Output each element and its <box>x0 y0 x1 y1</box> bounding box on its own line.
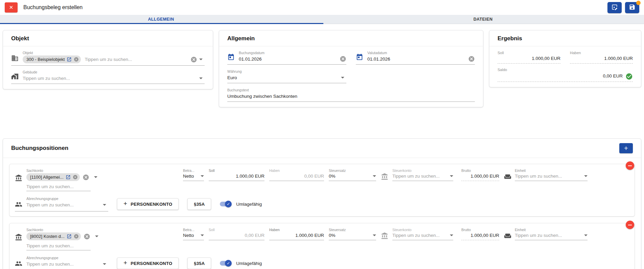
toggle-thumb-check-icon: ✓ <box>225 260 232 267</box>
sachkonto-field[interactable]: Sachkonto [1100] Allgemei... Tip <box>15 169 102 191</box>
sachkonto-chip[interactable]: [8002] Kosten d... <box>26 232 81 240</box>
remove-position-button[interactable] <box>626 161 634 170</box>
soll-field[interactable]: Soll 0,00 EUR <box>209 228 264 240</box>
soll-field[interactable]: Soll 1.000,00 EUR <box>209 169 264 181</box>
sachkonto-field[interactable]: Sachkonto [8002] Kosten d... Tip <box>15 228 102 250</box>
chevron-down-icon[interactable] <box>450 234 453 236</box>
sachkonto-chip[interactable]: [1100] Allgemei... <box>26 173 80 181</box>
sachkonto-search-placeholder[interactable]: Tippen um zu suchen... <box>26 243 91 250</box>
objekt-field[interactable]: Objekt 300 - Beispielobjekt Tippen um zu… <box>11 51 205 66</box>
steuerkonto-field[interactable]: Steuerkonto Tippen um zu suchen... <box>381 228 453 241</box>
haben-field[interactable]: Haben 1.000,00 EUR <box>269 228 324 240</box>
abrechnungsgruppe-field[interactable]: Abrechnungsgruppe Tippen um zu suchen... <box>15 197 108 211</box>
clear-field-icon[interactable] <box>190 56 197 63</box>
chevron-down-icon[interactable] <box>373 175 376 177</box>
paragraph-35a-button[interactable]: §35A <box>187 198 211 210</box>
open-in-new-icon[interactable] <box>67 234 72 239</box>
buchungstext-value[interactable]: Umbuchung zwischen Sachkonten <box>227 94 297 99</box>
remove-position-button[interactable] <box>626 221 634 229</box>
valutadatum-field[interactable]: Valutadatum 01.01.2026 <box>356 51 475 65</box>
steuerkonto-field[interactable]: Steuerkonto Tippen um zu suchen... <box>381 169 453 182</box>
chevron-down-icon[interactable] <box>95 236 98 237</box>
gebaeude-search-placeholder[interactable]: Tippen um zu suchen... <box>23 76 70 81</box>
sachkonto-label: Sachkonto <box>26 228 102 232</box>
chevron-down-icon[interactable] <box>199 77 203 79</box>
paragraph-35a-button[interactable]: §35A <box>187 257 211 269</box>
soll-value[interactable]: 0,00 EUR <box>245 233 264 238</box>
clear-field-icon[interactable] <box>84 233 90 240</box>
einheit-field[interactable]: Einheit Tippen um zu suchen... <box>504 169 588 182</box>
umlagefaehig-toggle[interactable]: ✓ <box>219 260 232 267</box>
buchungsdatum-value[interactable]: 01.01.2026 <box>239 57 262 62</box>
add-personenkonto-button[interactable]: + PERSONENKONTO <box>117 198 179 210</box>
brutto-label: Brutto <box>461 169 499 173</box>
waehrung-value[interactable]: Euro <box>227 75 237 80</box>
abrechnungsgruppe-search-placeholder[interactable]: Tippen um zu suchen... <box>26 262 74 267</box>
haben-label: Haben <box>269 169 324 173</box>
steuersatz-field[interactable]: Steuersatz 0% <box>329 169 376 181</box>
open-in-new-icon[interactable] <box>66 175 71 180</box>
top-bar: ✕ Buchungsbeleg erstellen <box>0 0 644 15</box>
close-button[interactable]: ✕ <box>5 2 18 13</box>
objekt-chip-label: 300 - Beispielobjekt <box>26 57 65 62</box>
check-circle-icon <box>625 73 633 79</box>
add-personenkonto-button[interactable]: + PERSONENKONTO <box>117 257 179 269</box>
open-in-new-icon[interactable] <box>67 57 72 62</box>
sachkonto-search-placeholder[interactable]: Tippen um zu suchen... <box>26 184 91 191</box>
save-and-edit-button[interactable] <box>607 2 622 13</box>
haben-value[interactable]: 0,00 EUR <box>304 174 324 179</box>
buchungsdatum-label: Buchungsdatum <box>239 51 346 55</box>
betragsart-field[interactable]: Betra... Netto <box>183 228 204 240</box>
chevron-down-icon[interactable] <box>201 234 204 236</box>
einheit-search-placeholder[interactable]: Tippen um zu suchen... <box>515 174 562 179</box>
steuerkonto-search-placeholder[interactable]: Tippen um zu suchen... <box>392 174 440 179</box>
steuersatz-value[interactable]: 0% <box>329 233 336 238</box>
chevron-down-icon[interactable] <box>94 176 97 178</box>
clear-field-icon[interactable] <box>468 55 475 62</box>
steuerkonto-search-placeholder[interactable]: Tippen um zu suchen... <box>392 233 440 238</box>
clear-field-icon[interactable] <box>83 174 89 181</box>
haben-value[interactable]: 1.000,00 EUR <box>295 233 324 238</box>
einheit-field[interactable]: Einheit Tippen um zu suchen... <box>504 228 588 241</box>
chevron-down-icon[interactable] <box>450 175 453 177</box>
buchungstext-field[interactable]: Buchungstext Umbuchung zwischen Sachkont… <box>227 88 475 102</box>
chevron-down-icon[interactable] <box>201 175 204 177</box>
steuersatz-field[interactable]: Steuersatz 0% <box>329 228 376 240</box>
chevron-down-icon[interactable] <box>103 263 106 265</box>
betragsart-value[interactable]: Netto <box>183 174 194 179</box>
valutadatum-value[interactable]: 01.01.2026 <box>367 57 390 62</box>
haben-field[interactable]: Haben 0,00 EUR <box>269 169 324 181</box>
chevron-down-icon[interactable] <box>373 234 376 236</box>
chevron-down-icon[interactable] <box>341 77 344 79</box>
bank-icon <box>381 173 389 181</box>
objekt-search-placeholder[interactable]: Tippen um zu suchen... <box>85 57 132 62</box>
tab-allgemein[interactable]: ALLGEMEIN <box>0 15 322 24</box>
tab-dateien[interactable]: DATEIEN <box>322 15 644 24</box>
chevron-down-icon[interactable] <box>584 234 588 236</box>
betragsart-field[interactable]: Betra... Netto <box>183 169 204 181</box>
betragsart-value[interactable]: Netto <box>183 233 194 238</box>
umlagefaehig-label: Umlagefähig <box>236 261 262 266</box>
steuersatz-value[interactable]: 0% <box>329 174 336 179</box>
save-button[interactable] <box>625 2 639 13</box>
soll-value[interactable]: 1.000,00 EUR <box>236 174 264 179</box>
saldo-summary-value: 0,00 EUR <box>603 73 623 79</box>
clear-field-icon[interactable] <box>340 55 346 62</box>
add-position-button[interactable]: + <box>619 143 633 153</box>
chip-remove-icon[interactable] <box>74 234 79 239</box>
chevron-down-icon[interactable] <box>584 175 588 177</box>
umlagefaehig-toggle[interactable]: ✓ <box>219 201 232 207</box>
chip-remove-icon[interactable] <box>73 175 78 180</box>
sachkonto-label: Sachkonto <box>26 169 102 173</box>
abrechnungsgruppe-search-placeholder[interactable]: Tippen um zu suchen... <box>26 202 74 207</box>
abrechnungsgruppe-field[interactable]: Abrechnungsgruppe Tippen um zu suchen... <box>15 256 108 269</box>
chevron-down-icon[interactable] <box>199 59 203 60</box>
einheit-search-placeholder[interactable]: Tippen um zu suchen... <box>515 233 562 238</box>
gebaeude-field[interactable]: Gebäude Tippen um zu suchen... <box>11 70 205 84</box>
buchungsdatum-field[interactable]: Buchungsdatum 01.01.2026 <box>227 51 346 65</box>
chip-remove-icon[interactable] <box>74 57 79 62</box>
chevron-down-icon[interactable] <box>103 204 106 206</box>
objekt-chip[interactable]: 300 - Beispielobjekt <box>23 55 81 63</box>
waehrung-field[interactable]: Währung Euro <box>227 69 346 83</box>
saldo-summary-label: Saldo <box>498 68 633 72</box>
